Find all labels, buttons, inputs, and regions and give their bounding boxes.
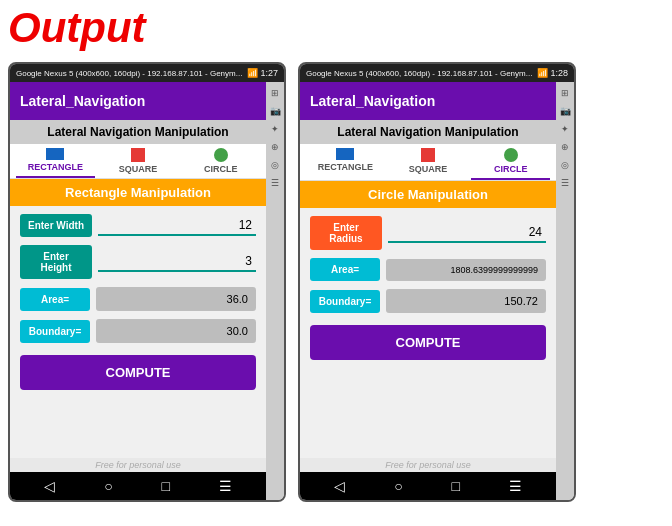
status-icons-2: 📶 1:28 xyxy=(537,68,568,78)
phone-sidebar-1: ⊞ 📷 ✦ ⊕ ◎ ☰ xyxy=(266,82,284,500)
tab-label-circle-1: CIRCLE xyxy=(204,164,238,174)
compute-button-2[interactable]: COMPUTE xyxy=(310,325,546,360)
sidebar-icon-11: ◎ xyxy=(561,160,569,170)
wifi-icon-1: 📶 xyxy=(247,68,258,78)
circle-icon-1 xyxy=(214,148,228,162)
status-bar-1: Google Nexus 5 (400x600, 160dpi) - 192.1… xyxy=(10,64,284,82)
tab-label-square-1: SQUARE xyxy=(119,164,158,174)
sidebar-icon-5: ◎ xyxy=(271,160,279,170)
time-2: 1:28 xyxy=(550,68,568,78)
radius-input[interactable] xyxy=(388,223,546,243)
sidebar-icon-12: ☰ xyxy=(561,178,569,188)
rect-icon-2 xyxy=(336,148,354,160)
tab-label-circle-2: CIRCLE xyxy=(494,164,528,174)
tab-label-rect-2: RECTANGLE xyxy=(318,162,373,172)
app-title-1: Lateral_Navigation xyxy=(20,93,145,109)
tab-rectangle-1[interactable]: RECTANGLE xyxy=(16,148,95,178)
menu-icon-2[interactable]: ☰ xyxy=(509,478,522,494)
phone-content-2: Lateral_Navigation Lateral Navigation Ma… xyxy=(300,82,556,500)
sidebar-icon-7: ⊞ xyxy=(561,88,569,98)
sidebar-icon-4: ⊕ xyxy=(271,142,279,152)
bottom-nav-2: ◁ ○ □ ☰ xyxy=(300,472,556,500)
tabs-row-1: RECTANGLE SQUARE CIRCLE xyxy=(10,144,266,179)
tab-square-2[interactable]: SQUARE xyxy=(389,148,468,180)
recents-icon-2[interactable]: □ xyxy=(451,478,459,494)
width-label: Enter Width xyxy=(20,214,92,237)
form-row-height: Enter Height xyxy=(20,245,256,279)
sidebar-icon-10: ⊕ xyxy=(561,142,569,152)
manip-title-1: Rectangle Manipulation xyxy=(10,179,266,206)
output-title: Output xyxy=(0,0,154,56)
tabs-row-2: RECTANGLE SQUARE CIRCLE xyxy=(300,144,556,181)
area-value-2: 1808.6399999999999 xyxy=(386,259,546,281)
form-area-2: Enter Radius Area= 1808.6399999999999 Bo… xyxy=(300,208,556,458)
tab-rectangle-2[interactable]: RECTANGLE xyxy=(306,148,385,180)
sidebar-icon-9: ✦ xyxy=(561,124,569,134)
status-title-2: Google Nexus 5 (400x600, 160dpi) - 192.1… xyxy=(306,69,537,78)
result-row-boundary-1: Boundary= 30.0 xyxy=(20,319,256,343)
width-input[interactable] xyxy=(98,216,256,236)
form-row-width: Enter Width xyxy=(20,214,256,237)
app-title-2: Lateral_Navigation xyxy=(310,93,435,109)
form-row-radius: Enter Radius xyxy=(310,216,546,250)
phones-container: Google Nexus 5 (400x600, 160dpi) - 192.1… xyxy=(0,58,672,506)
radius-label: Enter Radius xyxy=(310,216,382,250)
section-title-2: Lateral Navigation Manipulation xyxy=(300,120,556,144)
result-row-area-1: Area= 36.0 xyxy=(20,287,256,311)
boundary-label-2: Boundary= xyxy=(310,290,380,313)
sidebar-icon-6: ☰ xyxy=(271,178,279,188)
back-icon-2[interactable]: ◁ xyxy=(334,478,345,494)
phone-2: Google Nexus 5 (400x600, 160dpi) - 192.1… xyxy=(298,62,576,502)
wifi-icon-2: 📶 xyxy=(537,68,548,78)
watermark-1: Free for personal use xyxy=(10,458,266,472)
tab-circle-2[interactable]: CIRCLE xyxy=(471,148,550,180)
area-value-1: 36.0 xyxy=(96,287,256,311)
phone-1: Google Nexus 5 (400x600, 160dpi) - 192.1… xyxy=(8,62,286,502)
tab-label-rect-1: RECTANGLE xyxy=(28,162,83,172)
compute-button-1[interactable]: COMPUTE xyxy=(20,355,256,390)
recents-icon-1[interactable]: □ xyxy=(161,478,169,494)
menu-icon-1[interactable]: ☰ xyxy=(219,478,232,494)
status-bar-2: Google Nexus 5 (400x600, 160dpi) - 192.1… xyxy=(300,64,574,82)
status-icons-1: 📶 1:27 xyxy=(247,68,278,78)
circle-icon-2 xyxy=(504,148,518,162)
back-icon-1[interactable]: ◁ xyxy=(44,478,55,494)
square-icon-1 xyxy=(131,148,145,162)
phone-content-1: Lateral_Navigation Lateral Navigation Ma… xyxy=(10,82,266,500)
area-label-1: Area= xyxy=(20,288,90,311)
square-icon-2 xyxy=(421,148,435,162)
status-title-1: Google Nexus 5 (400x600, 160dpi) - 192.1… xyxy=(16,69,247,78)
tab-label-square-2: SQUARE xyxy=(409,164,448,174)
boundary-value-2: 150.72 xyxy=(386,289,546,313)
area-label-2: Area= xyxy=(310,258,380,281)
sidebar-icon-1: ⊞ xyxy=(271,88,279,98)
sidebar-icon-2: 📷 xyxy=(270,106,281,116)
result-row-boundary-2: Boundary= 150.72 xyxy=(310,289,546,313)
boundary-value-1: 30.0 xyxy=(96,319,256,343)
app-bar-2: Lateral_Navigation xyxy=(300,82,556,120)
time-1: 1:27 xyxy=(260,68,278,78)
phone-inner-1: Lateral_Navigation Lateral Navigation Ma… xyxy=(10,82,284,500)
tab-circle-1[interactable]: CIRCLE xyxy=(181,148,260,178)
phone-inner-2: Lateral_Navigation Lateral Navigation Ma… xyxy=(300,82,574,500)
height-input[interactable] xyxy=(98,252,256,272)
rect-icon-1 xyxy=(46,148,64,160)
result-row-area-2: Area= 1808.6399999999999 xyxy=(310,258,546,281)
home-icon-2[interactable]: ○ xyxy=(394,478,402,494)
height-label: Enter Height xyxy=(20,245,92,279)
section-title-1: Lateral Navigation Manipulation xyxy=(10,120,266,144)
bottom-nav-1: ◁ ○ □ ☰ xyxy=(10,472,266,500)
form-area-1: Enter Width Enter Height Area= 36.0 Boun… xyxy=(10,206,266,458)
boundary-label-1: Boundary= xyxy=(20,320,90,343)
manip-title-2: Circle Manipulation xyxy=(300,181,556,208)
app-bar-1: Lateral_Navigation xyxy=(10,82,266,120)
sidebar-icon-8: 📷 xyxy=(560,106,571,116)
phone-sidebar-2: ⊞ 📷 ✦ ⊕ ◎ ☰ xyxy=(556,82,574,500)
watermark-2: Free for personal use xyxy=(300,458,556,472)
tab-square-1[interactable]: SQUARE xyxy=(99,148,178,178)
sidebar-icon-3: ✦ xyxy=(271,124,279,134)
home-icon-1[interactable]: ○ xyxy=(104,478,112,494)
